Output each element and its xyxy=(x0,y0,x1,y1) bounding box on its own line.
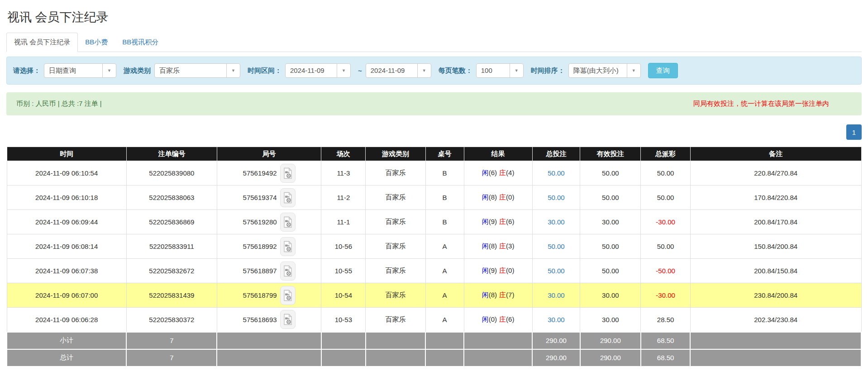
page-size-select[interactable]: 100 ▼ xyxy=(476,63,524,78)
round-number: 575618897 xyxy=(243,267,277,275)
tab-bb-video-points[interactable]: BB视讯积分 xyxy=(115,33,166,52)
cell-table-no: A xyxy=(425,283,464,308)
cell-valid-bet: 30.00 xyxy=(580,308,641,332)
total-bet-link[interactable]: 30.00 xyxy=(548,218,565,226)
table-row[interactable]: 2024-11-09 06:07:38 522025832672 5756188… xyxy=(7,259,861,283)
result-player: 闲 xyxy=(482,169,489,176)
result-banker: 庄 xyxy=(499,242,506,250)
col-game-type: 游戏类别 xyxy=(366,147,425,161)
cell-valid-bet: 30.00 xyxy=(580,210,641,234)
video-replay-button[interactable] xyxy=(280,262,296,281)
video-replay-button[interactable] xyxy=(280,164,296,183)
page-size-label: 每页笔数： xyxy=(439,67,472,75)
tab-betting-records[interactable]: 视讯 会员下注纪录 xyxy=(6,33,78,52)
video-replay-button[interactable] xyxy=(280,213,296,232)
cell-bet-id: 522025832672 xyxy=(126,259,217,283)
col-time: 时间 xyxy=(7,147,126,161)
film-icon xyxy=(283,216,292,228)
cell-summary-payout: 68.50 xyxy=(641,332,691,349)
cell-bet-id: 522025839080 xyxy=(126,161,217,186)
cell-bet-id: 522025831439 xyxy=(126,283,217,308)
round-number: 575619374 xyxy=(243,194,277,201)
result-banker: 庄 xyxy=(499,266,506,274)
col-bet-id: 注单编号 xyxy=(126,147,217,161)
cell-remark: 202.34/230.84 xyxy=(690,308,861,332)
cell-remark: 200.84/170.84 xyxy=(690,210,861,234)
cell-total-bet: 50.00 xyxy=(532,161,580,186)
cell-result: 闲(6)庄(4) xyxy=(464,161,532,186)
page-1-button[interactable]: 1 xyxy=(846,124,862,140)
pagination: 1 xyxy=(6,124,862,140)
table-row[interactable]: 2024-11-09 06:10:18 522025838063 5756193… xyxy=(7,186,861,210)
cell-table-no: B xyxy=(425,210,464,234)
date-range-tilde: ~ xyxy=(358,67,362,75)
cell-session: 10-54 xyxy=(321,283,366,308)
cell-round: 575619280 xyxy=(217,210,321,234)
total-bet-link[interactable]: 50.00 xyxy=(548,169,565,177)
table-row[interactable]: 2024-11-09 06:06:28 522025830372 5756186… xyxy=(7,308,861,332)
search-button[interactable]: 查询 xyxy=(648,63,678,78)
query-type-select[interactable]: 日期查询 ▼ xyxy=(44,63,116,78)
table-row[interactable]: 2024-11-09 06:07:00 522025831439 5756187… xyxy=(7,283,861,308)
cell-total-bet: 30.00 xyxy=(532,308,580,332)
cell-summary-count: 7 xyxy=(126,349,217,366)
total-bet-link[interactable]: 30.00 xyxy=(548,316,565,323)
cell-time: 2024-11-09 06:09:44 xyxy=(7,210,126,234)
same-round-notice: 同局有效投注，统一计算在该局第一张注单内 xyxy=(693,100,829,108)
total-bet-link[interactable]: 50.00 xyxy=(548,267,565,275)
cell-summary-valid-bet: 290.00 xyxy=(580,349,641,366)
round-number: 575619492 xyxy=(243,169,277,177)
col-table-no: 桌号 xyxy=(425,147,464,161)
cell-session: 11-2 xyxy=(321,186,366,210)
film-icon xyxy=(283,241,292,252)
summary-bar: 币别 : 人民币 | 总共 :7 注单 | 同局有效投注，统一计算在该局第一张注… xyxy=(6,92,862,115)
betting-records-table: 时间 注单编号 局号 场次 游戏类别 桌号 结果 总投注 有效投注 总派彩 备注… xyxy=(6,147,862,367)
cell-table-no: A xyxy=(425,308,464,332)
video-replay-button[interactable] xyxy=(280,286,296,305)
page-title: 视讯 会员下注纪录 xyxy=(6,0,862,33)
video-replay-button[interactable] xyxy=(280,310,296,329)
result-player: 闲 xyxy=(482,291,489,299)
result-banker: 庄 xyxy=(499,193,506,201)
cell-table-no: A xyxy=(425,234,464,259)
cell-session: 10-56 xyxy=(321,234,366,259)
cell-game-type: 百家乐 xyxy=(366,308,425,332)
table-row[interactable]: 2024-11-09 06:10:54 522025839080 5756194… xyxy=(7,161,861,186)
cell-session: 11-3 xyxy=(321,161,366,186)
table-header-row: 时间 注单编号 局号 场次 游戏类别 桌号 结果 总投注 有效投注 总派彩 备注 xyxy=(7,147,861,161)
cell-summary-payout: 68.50 xyxy=(641,349,691,366)
cell-result: 闲(8)庄(7) xyxy=(464,283,532,308)
cell-round: 575618693 xyxy=(217,308,321,332)
cell-time: 2024-11-09 06:10:18 xyxy=(7,186,126,210)
date-to-input[interactable]: 2024-11-09 ▼ xyxy=(366,63,431,78)
cell-remark: 200.84/150.84 xyxy=(690,259,861,283)
cell-round: 575618799 xyxy=(217,283,321,308)
sort-order-select[interactable]: 降冪(由大到小) ▼ xyxy=(568,63,641,78)
video-replay-button[interactable] xyxy=(280,188,296,207)
col-session: 场次 xyxy=(321,147,366,161)
cell-valid-bet: 50.00 xyxy=(580,186,641,210)
film-icon xyxy=(283,290,292,301)
col-result: 结果 xyxy=(464,147,532,161)
film-icon xyxy=(283,314,292,325)
cell-game-type: 百家乐 xyxy=(366,161,425,186)
cell-table-no: B xyxy=(425,161,464,186)
tab-bb-tips[interactable]: BB小费 xyxy=(78,33,115,52)
total-bet-link[interactable]: 50.00 xyxy=(548,194,565,201)
cell-payout: 50.00 xyxy=(641,161,691,186)
cell-time: 2024-11-09 06:10:54 xyxy=(7,161,126,186)
cell-summary-total-bet: 290.00 xyxy=(532,332,580,349)
date-from-input[interactable]: 2024-11-09 ▼ xyxy=(285,63,351,78)
table-row[interactable]: 2024-11-09 06:09:44 522025836869 5756192… xyxy=(7,210,861,234)
total-bet-link[interactable]: 30.00 xyxy=(548,291,565,299)
video-replay-button[interactable] xyxy=(280,237,296,256)
cell-session: 11-1 xyxy=(321,210,366,234)
col-remark: 备注 xyxy=(690,147,861,161)
total-bet-link[interactable]: 50.00 xyxy=(548,243,565,250)
round-number: 575618799 xyxy=(243,291,277,299)
chevron-down-icon: ▼ xyxy=(226,64,240,77)
table-row[interactable]: 2024-11-09 06:08:14 522025833911 5756189… xyxy=(7,234,861,259)
cell-summary-count: 7 xyxy=(126,332,217,349)
result-player: 闲 xyxy=(482,218,489,225)
game-type-select[interactable]: 百家乐 ▼ xyxy=(154,63,240,78)
